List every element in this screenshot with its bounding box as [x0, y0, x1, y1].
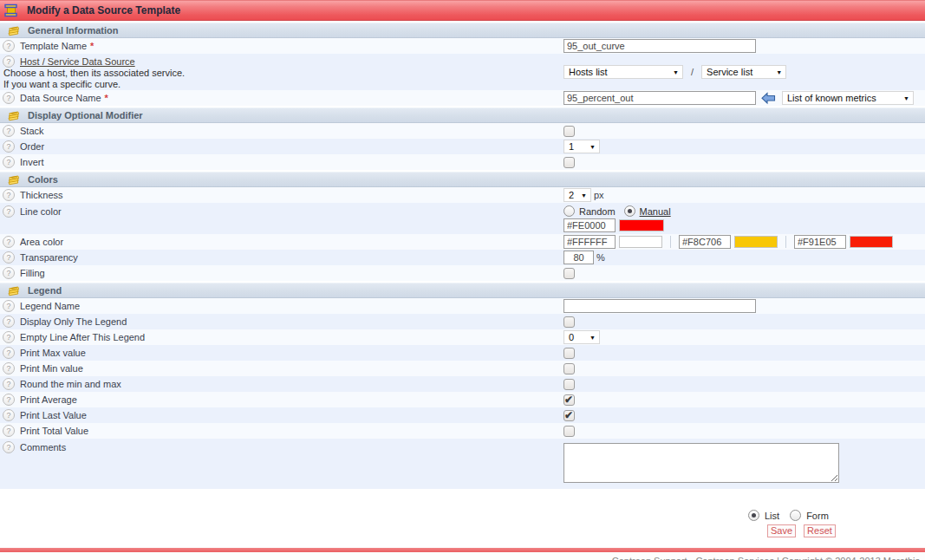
help-icon[interactable]: ? [3, 205, 15, 218]
chevron-down-icon: ▼ [776, 69, 782, 75]
field-label-print-max-value: Print Max value [20, 348, 86, 358]
reset-button[interactable]: Reset [804, 524, 836, 537]
section-title: Legend [28, 285, 62, 296]
print-last-value-checkbox[interactable] [563, 410, 575, 421]
field-control-cell-line-color: RandomManual [563, 203, 925, 232]
help-icon[interactable]: ? [3, 125, 15, 137]
area-color-hex-input-1[interactable] [679, 235, 731, 249]
help-icon[interactable]: ? [3, 251, 15, 264]
form-row-display-only-the-legend: ?Display Only The Legend [0, 314, 925, 329]
help-icon[interactable]: ? [3, 347, 15, 359]
field-control-cell-stack [563, 126, 925, 137]
comments-textarea[interactable] [563, 443, 839, 483]
data-source-template-icon [4, 3, 18, 17]
area-color-hex-input-2[interactable] [794, 235, 846, 249]
random-color-label[interactable]: Random [579, 206, 616, 217]
section-header-display-optional-modifier: Display Optional Modifier [0, 107, 925, 123]
form-row-print-min-value: ?Print Min value [0, 361, 925, 376]
stack-checkbox[interactable] [563, 126, 575, 137]
field-label-cell-print-average: ?Print Average [0, 394, 563, 406]
view-mode-list-radio[interactable] [748, 510, 759, 521]
chevron-down-icon: ▼ [581, 192, 587, 199]
help-icon[interactable]: ? [3, 156, 15, 168]
separator [785, 236, 786, 248]
form-row-stack: ?Stack [0, 123, 925, 139]
print-total-value-checkbox[interactable] [563, 426, 575, 437]
field-label-cell-print-total-value: ?Print Total Value [0, 425, 563, 437]
help-icon[interactable]: ? [3, 92, 15, 104]
help-icon[interactable]: ? [3, 394, 15, 406]
transparency-input[interactable] [563, 251, 594, 264]
help-icon[interactable]: ? [3, 267, 15, 279]
legend-name-input[interactable] [563, 299, 756, 313]
field-control-cell-template-name [563, 39, 925, 53]
print-average-checkbox[interactable] [563, 394, 575, 406]
area-color-swatch-0[interactable] [619, 236, 662, 248]
print-max-value-checkbox[interactable] [563, 348, 575, 359]
field-label-print-total-value: Print Total Value [20, 426, 88, 436]
order-select[interactable]: 1▼ [563, 140, 600, 153]
field-label-cell-host-service-data-source: ?Host / Service Data SourceChoose a host… [0, 55, 563, 90]
area-color-swatch-1[interactable] [734, 236, 778, 248]
line-color-swatch[interactable] [619, 219, 664, 231]
field-label-cell-print-min-value: ?Print Min value [0, 362, 563, 374]
service-list-selected-value: Service list [707, 67, 752, 77]
help-icon[interactable]: ? [3, 189, 15, 201]
field-label-print-average: Print Average [20, 394, 77, 405]
form-row-empty-line-after-this-legend: ?Empty Line After This Legend0▼ [0, 329, 925, 345]
known-metrics-select[interactable]: List of known metrics▼ [782, 91, 914, 105]
display-only-the-legend-checkbox[interactable] [563, 316, 575, 328]
field-label-host-service-data-source[interactable]: Host / Service Data Source [20, 56, 135, 67]
thickness-select[interactable]: 2▼ [563, 188, 591, 202]
field-control-cell-empty-line-after-this-legend: 0▼ [563, 330, 925, 344]
help-icon[interactable]: ? [3, 140, 15, 153]
manual-color-radio[interactable] [624, 205, 635, 217]
field-label-comments: Comments [20, 442, 66, 453]
help-icon[interactable]: ? [3, 409, 15, 421]
field-label-cell-order: ?Order [0, 140, 563, 153]
filling-checkbox[interactable] [563, 268, 575, 279]
form-row-order: ?Order1▼ [0, 139, 925, 154]
help-icon[interactable]: ? [3, 362, 15, 374]
help-icon[interactable]: ? [3, 300, 15, 312]
print-min-value-checkbox[interactable] [563, 363, 575, 374]
field-label-cell-filling: ?Filling [0, 267, 563, 279]
field-label-legend-name: Legend Name [20, 301, 80, 311]
help-icon[interactable]: ? [3, 331, 15, 343]
data-source-name-input[interactable] [563, 91, 756, 105]
help-icon[interactable]: ? [3, 425, 15, 437]
save-button[interactable]: Save [767, 524, 796, 537]
service-list-select[interactable]: Service list▼ [701, 65, 786, 79]
help-icon[interactable]: ? [3, 378, 15, 390]
view-mode-form-radio[interactable] [790, 510, 801, 521]
view-mode-list-label[interactable]: List [765, 511, 779, 521]
hosts-list-select[interactable]: Hosts list▼ [563, 65, 683, 79]
field-label-empty-line-after-this-legend: Empty Line After This Legend [20, 332, 145, 342]
manual-color-label[interactable]: Manual [640, 206, 671, 217]
help-icon[interactable]: ? [3, 441, 15, 453]
round-the-min-and-max-checkbox[interactable] [563, 379, 575, 390]
left-arrow-icon[interactable] [761, 92, 776, 105]
form-row-round-the-min-and-max: ?Round the min and max [0, 376, 925, 392]
view-mode-form-label[interactable]: Form [806, 511, 829, 521]
help-icon[interactable]: ? [3, 236, 15, 248]
field-control-cell-area-color [563, 235, 925, 249]
field-control-cell-data-source-name: List of known metrics▼ [563, 91, 925, 105]
help-icon[interactable]: ? [3, 40, 15, 52]
help-icon[interactable]: ? [3, 316, 15, 328]
section-header-colors: Colors [0, 172, 925, 187]
thickness-selected-value: 2 [569, 190, 574, 200]
template-name-input[interactable] [563, 39, 756, 53]
empty-line-after-this-legend-select[interactable]: 0▼ [563, 330, 600, 344]
form-row-invert: ?Invert [0, 154, 925, 170]
field-label-cell-empty-line-after-this-legend: ?Empty Line After This Legend [0, 331, 563, 343]
area-color-swatch-2[interactable] [850, 236, 893, 248]
area-color-group-0 [563, 235, 662, 249]
help-icon[interactable]: ? [3, 55, 15, 68]
random-color-radio[interactable] [563, 205, 575, 217]
invert-checkbox[interactable] [563, 157, 575, 168]
line-color-hex-input[interactable] [563, 218, 616, 232]
field-control-cell-invert [563, 157, 925, 168]
area-color-hex-input-0[interactable] [563, 235, 616, 249]
field-label-display-only-the-legend: Display Only The Legend [20, 316, 127, 327]
